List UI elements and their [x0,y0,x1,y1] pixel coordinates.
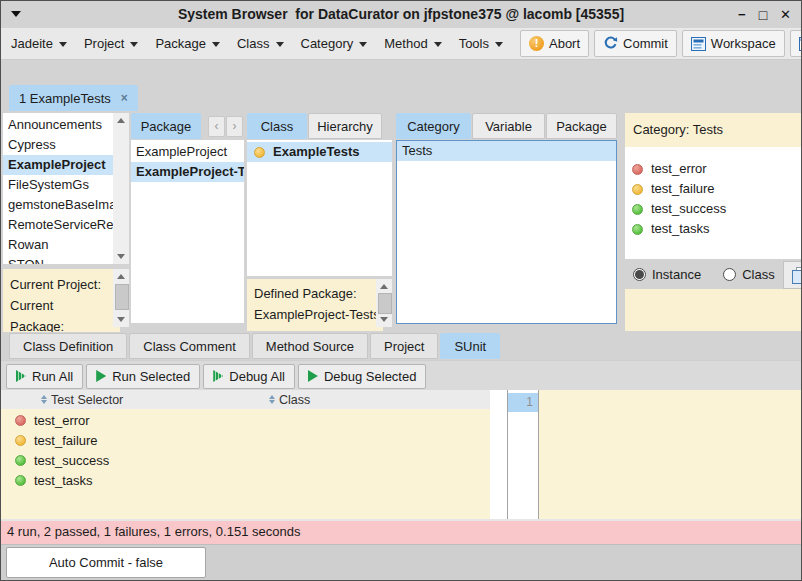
list-item[interactable]: Rowan [3,235,113,255]
menu-tools[interactable]: Tools [459,36,503,51]
scroll-thumb[interactable] [115,284,129,310]
table-scrollbar-track[interactable] [490,390,507,519]
list-item[interactable]: FileSystemGs [3,175,113,195]
menu-project[interactable]: Project [84,36,138,51]
status-dot-success [15,455,26,466]
result-editor[interactable]: 1 [507,390,801,519]
menu-method[interactable]: Method [384,36,441,51]
class-radio[interactable] [723,268,736,281]
list-item-selected[interactable]: ExampleTests [247,142,392,162]
list-item-selected[interactable]: ExampleProject [3,155,113,175]
projects-scrollbar[interactable] [113,113,129,264]
tab-package-categories[interactable]: Package [546,113,617,139]
status-dot-error [632,164,643,175]
tab-sunit[interactable]: SUnit [440,333,500,359]
tab-class-comment[interactable]: Class Comment [129,333,249,359]
list-item-selected[interactable]: Tests [397,141,616,161]
status-dot-failure [15,435,26,446]
list-item[interactable]: test_tasks [625,219,802,239]
tab-hierarchy[interactable]: Hierarchy [308,113,382,139]
window-title: System Browser for DataCurator on jfpsto… [1,1,801,28]
list-item[interactable]: test_failure [625,179,802,199]
table-row[interactable]: test_error [1,410,490,430]
run-selected-button[interactable]: Run Selected [86,364,200,389]
column-header-test-selector[interactable]: Test Selector [41,390,123,409]
workspace-icon [691,37,706,51]
tab-class[interactable]: Class [247,113,307,139]
scroll-down-icon[interactable] [376,313,392,327]
package-list: ExampleProject ExampleProject-Tests [131,140,244,323]
play-icon [308,370,318,382]
table-row[interactable]: test_tasks [1,470,490,490]
tab-package[interactable]: Package [131,113,201,139]
table-row[interactable]: test_success [1,450,490,470]
method-list: test_error test_failure test_success tes… [625,147,802,259]
minimize-button[interactable]: − [738,8,746,21]
browser-icon [799,37,802,51]
scroll-down-icon[interactable] [113,250,129,264]
tab-exampletests[interactable]: 1 ExampleTests × [9,85,138,111]
list-item[interactable]: gemstoneBaseIma [3,195,113,215]
tab-class-definition[interactable]: Class Definition [9,333,127,359]
list-item[interactable]: RemoteServiceRep [3,215,113,235]
scroll-up-icon[interactable] [376,279,392,293]
project-info-scrollbar[interactable] [113,269,129,327]
instance-radio[interactable] [633,268,646,281]
menu-jadeite[interactable]: Jadeite [11,36,67,51]
list-item-selected[interactable]: ExampleProject-Tests [131,162,244,182]
debug-selected-button[interactable]: Debug Selected [298,364,427,389]
close-button[interactable]: ✕ [780,8,791,21]
tab-label: 1 ExampleTests [19,91,111,106]
line-number: 1 [508,393,538,412]
tab-project[interactable]: Project [370,333,438,359]
package-prev-button[interactable]: ‹ [208,116,225,137]
list-item[interactable]: Cypress [3,135,113,155]
list-item[interactable]: test_error [625,159,802,179]
scroll-up-icon[interactable] [113,269,129,283]
menu-class[interactable]: Class [237,36,284,51]
test-results-table: Test Selector Class test_error test_fail… [1,390,490,519]
list-item[interactable]: STON [3,255,113,264]
list-item[interactable]: ExampleProject [131,142,244,162]
class-label: Class [742,267,775,282]
class-info-scrollbar[interactable] [376,279,392,327]
abort-button[interactable]: ! Abort [520,30,589,57]
play-icon [96,370,106,382]
browser-panels: Announcements Cypress ExampleProject Fil… [1,111,801,331]
info-line: Current [10,295,120,316]
tab-close-icon[interactable]: × [121,91,128,105]
sunit-toolbar: Run All Run Selected Debug All Debug Sel… [1,360,801,391]
maximize-button[interactable]: □ [759,8,767,22]
status-dot-error [15,415,26,426]
scroll-down-icon[interactable] [113,313,129,327]
auto-commit-button[interactable]: Auto Commit - false [6,547,206,578]
menu-package[interactable]: Package [155,36,220,51]
tab-variable[interactable]: Variable [472,113,545,139]
copy-icon [791,266,802,285]
window-controls: − □ ✕ [738,1,791,28]
list-item[interactable]: Announcements [3,115,113,135]
class-status-dot [254,147,265,158]
info-line: Defined Package: [254,283,383,304]
copy-method-button[interactable] [783,261,802,289]
package-next-button[interactable]: › [226,116,243,137]
tab-category[interactable]: Category [396,113,471,139]
scroll-up-icon[interactable] [113,113,129,127]
method-preview-panel [625,289,802,331]
commit-icon [603,36,618,51]
browser-button[interactable]: Browser [790,30,802,57]
line-number-gutter: 1 [507,390,539,519]
column-header-class[interactable]: Class [269,390,310,409]
menu-category[interactable]: Category [301,36,368,51]
editor-content[interactable] [539,390,801,519]
caret-down-icon [130,42,138,51]
list-item[interactable]: test_success [625,199,802,219]
commit-button[interactable]: Commit [594,30,677,57]
tab-method-source[interactable]: Method Source [252,333,368,359]
workspace-button[interactable]: Workspace [682,30,785,57]
caret-down-icon [359,42,367,51]
run-all-button[interactable]: Run All [6,364,83,389]
scroll-thumb[interactable] [378,293,392,314]
debug-all-button[interactable]: Debug All [203,364,295,389]
table-row[interactable]: test_failure [1,430,490,450]
